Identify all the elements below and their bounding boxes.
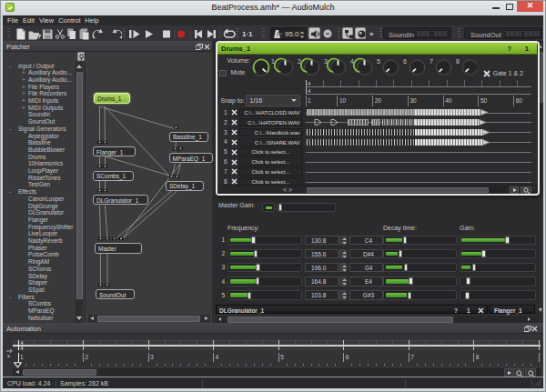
svg-text:6: 6 xyxy=(403,58,407,65)
svg-text:8: 8 xyxy=(456,58,460,65)
svg-text:2: 2 xyxy=(298,58,301,65)
svg-text:7: 7 xyxy=(430,58,433,65)
svg-text:3: 3 xyxy=(324,58,328,65)
svg-text:1: 1 xyxy=(271,58,275,65)
svg-text:5: 5 xyxy=(377,58,380,65)
svg-text:4: 4 xyxy=(350,58,354,65)
